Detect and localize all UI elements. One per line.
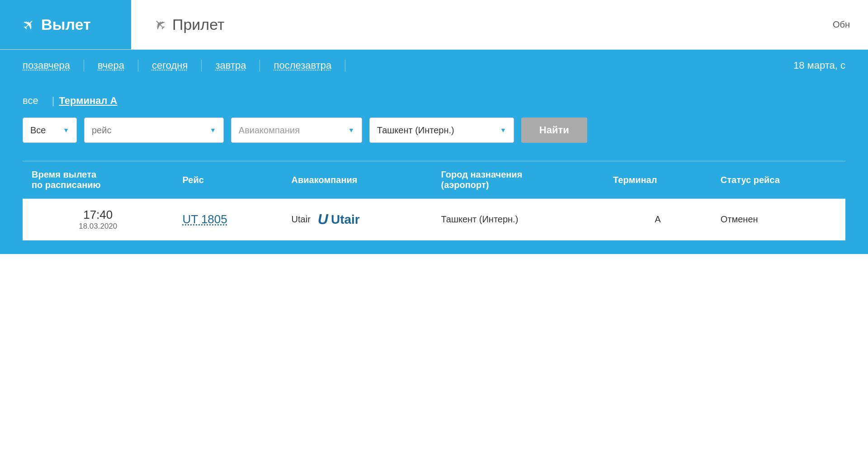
flight-input[interactable] (92, 125, 206, 136)
cell-terminal: А (604, 199, 712, 240)
arrival-label: Прилет (172, 16, 225, 33)
utair-text: Utair (331, 212, 360, 227)
type-dropdown-arrow: ▼ (63, 127, 69, 134)
col-time: Время вылетапо расписанию (23, 161, 173, 199)
cell-destination: Ташкент (Интерн.) (432, 199, 604, 240)
date-nav-poslezavtra[interactable]: послезавтра (260, 60, 345, 71)
date-nav-segodnya[interactable]: сегодня (138, 60, 202, 71)
cell-flight: UT 1805 (173, 199, 282, 240)
col-airline: Авиакомпания (283, 161, 432, 199)
header-tabs: ✈ Вылет ✈ Прилет Обн (0, 0, 868, 50)
flight-date: 18.03.2020 (32, 222, 164, 231)
airline-dropdown-arrow: ▼ (348, 127, 354, 134)
departure-label: Вылет (41, 16, 91, 33)
flight-input-container[interactable]: ▼ (84, 118, 224, 143)
flight-dropdown-arrow: ▼ (210, 127, 216, 134)
date-nav: позавчера вчера сегодня завтра послезавт… (0, 50, 868, 81)
table-row: 17:40 18.03.2020 UT 1805 Utair U Utair Т… (23, 199, 845, 240)
status-badge: Отменен (721, 214, 758, 224)
type-select-value: Все (30, 125, 46, 136)
date-nav-pozavchera[interactable]: позавчера (23, 60, 84, 71)
cell-status: Отменен (712, 199, 845, 240)
date-nav-vchera[interactable]: вчера (84, 60, 138, 71)
departure-icon: ✈ (19, 14, 39, 35)
terminal-a-tab[interactable]: Терминал А (59, 95, 117, 107)
airline-name: Utair (292, 214, 311, 225)
flight-table: Время вылетапо расписанию Рейс Авиакомпа… (23, 161, 845, 240)
type-select[interactable]: Все ▼ (23, 118, 77, 143)
col-flight: Рейс (173, 161, 282, 199)
airline-select-value: Авиакомпания (239, 125, 300, 136)
destination-dropdown-arrow: ▼ (500, 127, 506, 134)
cell-time: 17:40 18.03.2020 (23, 199, 173, 240)
filter-section: все | Терминал А Все ▼ ▼ Авиакомпания ▼ … (0, 81, 868, 161)
destination-select-value: Ташкент (Интерн.) (377, 125, 454, 136)
table-header-row: Время вылетапо расписанию Рейс Авиакомпа… (23, 161, 845, 199)
header-right: Обн (833, 0, 868, 49)
arrival-icon: ✈ (150, 14, 170, 35)
destination-select[interactable]: Ташкент (Интерн.) ▼ (369, 118, 514, 143)
col-status: Статус рейса (712, 161, 845, 199)
search-button[interactable]: Найти (521, 118, 587, 143)
tab-departure[interactable]: ✈ Вылет (0, 0, 131, 49)
col-terminal: Терминал (604, 161, 712, 199)
terminal-all-tab[interactable]: все (23, 95, 47, 107)
airline-select[interactable]: Авиакомпания ▼ (231, 118, 362, 143)
terminal-separator: | (52, 95, 55, 107)
tab-arrival[interactable]: ✈ Прилет (131, 0, 249, 49)
current-date: 18 марта, с (793, 60, 845, 71)
refresh-label: Обн (833, 19, 850, 30)
cell-airline: Utair U Utair (283, 199, 432, 240)
filter-controls: Все ▼ ▼ Авиакомпания ▼ Ташкент (Интерн.)… (23, 118, 845, 143)
flight-number-link[interactable]: UT 1805 (182, 212, 227, 226)
col-destination: Город назначения(аэропорт) (432, 161, 604, 199)
flight-time: 17:40 (32, 208, 164, 222)
airline-cell: Utair U Utair (292, 211, 423, 228)
date-nav-zavtra[interactable]: завтра (202, 60, 260, 71)
utair-u-icon: U (318, 211, 328, 228)
utair-logo: U Utair (318, 211, 360, 228)
table-section: Время вылетапо расписанию Рейс Авиакомпа… (0, 161, 868, 254)
terminal-tabs: все | Терминал А (23, 95, 845, 107)
